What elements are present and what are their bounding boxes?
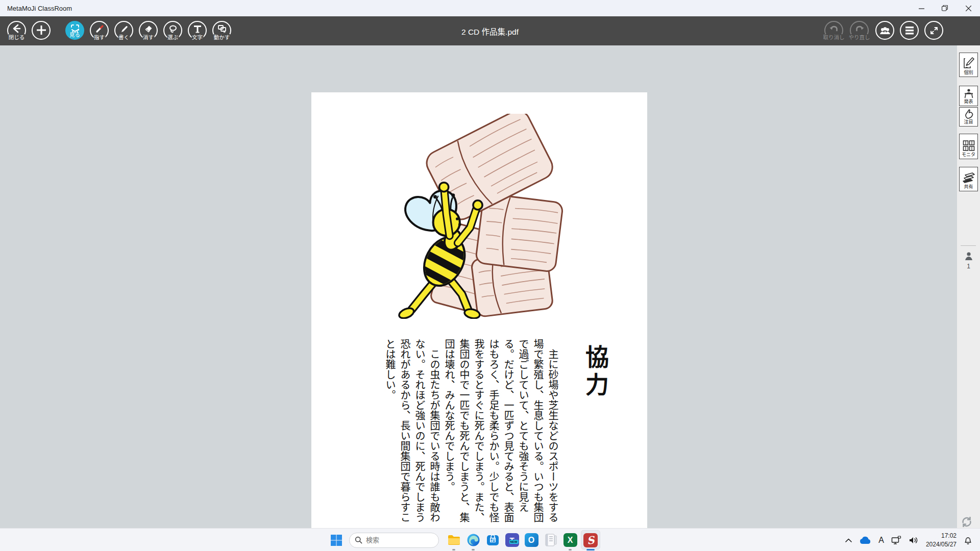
taskbar-search[interactable] [349,533,439,548]
toolbar-right-group: 取り消し やり直し [824,21,943,40]
close-document-button[interactable]: 閉じる [7,21,26,40]
text-tool-button[interactable]: 文字 [188,21,207,40]
individual-mode-button[interactable]: 個別 [959,53,978,77]
minimize-icon [919,6,924,11]
search-input[interactable] [366,536,427,544]
undo-icon [828,23,840,35]
windows-taskbar: T NEW O X S [0,528,980,551]
plus-icon [36,23,47,37]
tray-show-hidden-button[interactable] [842,529,855,551]
present-mode-button[interactable]: 発表 [959,86,978,106]
windows-logo-icon [330,534,342,546]
page-text: 協力 主に砂場や芝生などのスポーツをする場で繁殖し、生息している。いつも集団で過… [382,339,608,523]
minimize-button[interactable] [910,0,933,16]
document-canvas[interactable]: 協力 主に砂場や芝生などのスポーツをする場で繁殖し、生息している。いつも集団で過… [0,45,980,528]
monitor-button[interactable]: モニタ [959,134,978,159]
search-icon [355,536,362,544]
laser-pointer-icon [94,23,105,35]
teams-button[interactable]: T NEW [502,529,522,551]
pdf-page[interactable]: 協力 主に砂場や芝生などのスポーツをする場で繁殖し、生息している。いつも集団で過… [311,92,647,551]
point-tool-button[interactable]: 指す [90,21,109,40]
journal-icon [544,533,557,547]
person-icon [964,252,974,261]
menu-icon [904,25,915,36]
toolbar: 2 CD 作品集.pdf 閉じる 見る [0,16,980,45]
individual-icon [963,56,974,69]
notifications-button[interactable] [960,529,976,551]
move-tool-button[interactable]: 動かす [212,21,231,40]
lasso-icon [167,23,179,35]
excel-glyph: X [568,536,573,545]
excel-button[interactable]: X [560,529,580,551]
body-paragraph: 主に砂場や芝生などのスポーツをする場で繁殖し、生息している。いつも集団で過ごして… [442,339,560,523]
edge-button[interactable] [463,529,483,551]
fullscreen-button[interactable] [924,21,943,40]
close-button[interactable] [957,0,980,16]
pen-icon [118,23,130,35]
running-indicator [452,549,455,550]
redo-icon [854,23,865,35]
body-paragraph: この虫たちが集団でいる時は誰も敵わない。それほど強いのに、死んでしまう恐れがある… [382,339,442,523]
journal-button[interactable] [541,529,560,551]
back-icon [11,23,22,35]
add-button[interactable] [32,21,51,40]
tray-time: 17:02 [926,532,957,540]
attention-button[interactable]: 注目 [959,107,978,127]
select-tool-button[interactable]: 選ぶ [163,21,182,40]
outlook-button[interactable]: O [522,529,541,551]
outlook-glyph: O [528,536,534,545]
teams-new-badge: NEW [509,540,519,544]
layers-icon [962,171,975,184]
running-indicator [569,549,572,550]
undo-button: 取り消し [824,21,843,40]
onedrive-button[interactable] [855,529,875,551]
active-indicator [586,549,595,550]
write-tool-button[interactable]: 書く [114,21,133,40]
class-sidebar: 個別 発表 注目 モニタ [957,45,980,528]
restore-icon [942,5,948,11]
share-button[interactable]: 共有 [959,167,978,191]
window-controls [910,0,980,16]
tray-date: 2024/05/27 [926,540,957,548]
text-icon [192,23,203,35]
pointing-hand-icon [963,109,974,119]
tray-clock[interactable]: 17:02 2024/05/27 [922,532,960,548]
metamoji-icon: S [583,533,598,547]
main-menu-button[interactable] [900,21,919,40]
view-mode-button[interactable]: 見る [65,21,84,40]
presenter-icon [963,88,974,98]
redo-button: やり直し [850,21,869,40]
chevron-up-icon [845,538,852,542]
participant-count[interactable]: 1 [957,252,980,270]
edge-icon [467,533,480,547]
close-icon [966,6,971,11]
onedrive-cloud-icon [859,536,871,544]
file-explorer-icon [447,533,461,547]
bee-blocks-illustration [387,114,567,319]
ime-indicator[interactable]: A [875,529,888,551]
participants-icon [878,24,892,38]
store-icon [486,533,500,547]
erase-tool-button[interactable]: 消す [139,21,158,40]
maximize-button[interactable] [933,0,957,16]
page-title: 協力 [581,339,608,523]
running-indicator [472,549,475,550]
metamoji-classroom-button[interactable]: S [580,529,601,551]
bell-icon [964,536,972,545]
eraser-icon [143,23,154,35]
speaker-icon [909,536,919,544]
file-explorer-button[interactable] [444,529,463,551]
network-button[interactable] [888,529,905,551]
window-titlebar: MetaMoJi ClassRoom [0,0,980,16]
participants-button[interactable] [875,21,894,40]
fullscreen-icon [928,25,940,36]
toolbar-left-group: 閉じる 見る 指す [7,21,237,40]
volume-button[interactable] [905,529,922,551]
monitor-grid-icon [963,139,975,152]
start-button[interactable] [327,529,346,551]
move-icon [216,23,228,35]
sync-icon [960,515,974,529]
network-icon [891,536,901,545]
store-button[interactable] [483,529,502,551]
app-title: MetaMoJi ClassRoom [0,5,72,12]
